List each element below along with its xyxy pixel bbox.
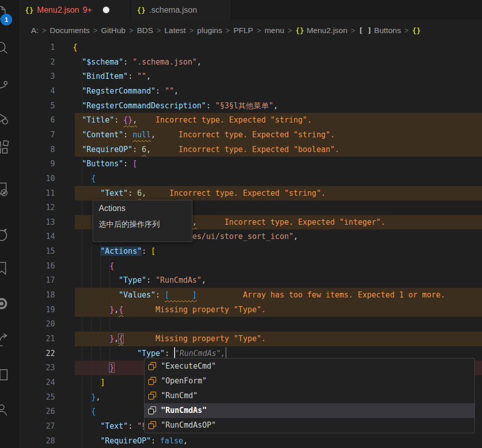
github-icon[interactable] [0,226,10,244]
code-text: "RequireOP": 6, Incorrect type. Expected… [73,142,339,157]
token: , [147,145,151,154]
tab-schema-json[interactable]: {} .schema.json [131,0,232,20]
token: { [109,261,114,271]
chevron-right-icon: > [189,26,193,35]
editor-line-11[interactable]: 11 "Text": 6, Incorrect type. Expected "… [19,186,482,201]
gitlens-icon[interactable] [0,295,10,312]
bookmark-icon[interactable] [0,260,10,277]
line-number: 15 [19,244,55,259]
inline-error-message: Missing property "Type". [156,305,266,314]
line-number: 13 [19,215,55,230]
token [151,145,179,154]
editor-line-21[interactable]: 21 },{ Missing property "Type". [19,332,482,346]
suggest-item-runcmd[interactable]: "RunCmd" [145,388,474,403]
token [156,130,179,139]
editor-line-18[interactable]: 18 "Values": [ ] Array has too few items… [19,288,482,303]
editor-line-6[interactable]: 6 "Title": {}, Incorrect type. Expected … [19,113,482,128]
editor-line-10[interactable]: 10 { [19,171,482,186]
editor-line-12[interactable]: 12 [19,200,482,215]
token: : [123,130,132,139]
breadcrumb-item[interactable]: menu [265,26,285,35]
layout-icon[interactable] [0,366,10,383]
breadcrumb-item[interactable]: A: [31,26,39,35]
suggest-label: "RunCmdAs" [161,406,207,415]
token: "Values" [119,290,155,300]
editor-line-13[interactable]: 13 , Incorrect type. Expected "integer". [19,215,482,230]
braces-icon: {} [296,26,304,35]
share-icon[interactable] [0,332,10,349]
editor-line-1[interactable]: 1{ [19,40,482,55]
suggest-item-openform[interactable]: "OpenForm" [145,373,474,388]
token [73,276,119,285]
token [73,290,119,300]
code-text: }, [73,390,100,405]
hover-tooltip: Actions 选中后的操作序列 [93,200,192,242]
inline-error-message: Incorrect type. Expected "integer". [224,218,385,227]
breadcrumb-item[interactable]: {}Menu2.json [296,26,348,35]
token: "Actions" [100,247,141,256]
editor-line-2[interactable]: 2 "$schema": ".schema.json", [19,55,482,70]
extensions-icon[interactable] [0,139,10,156]
token: : [147,276,156,285]
tab-menu2-json[interactable]: {} Menu2.json 9+ [19,0,131,20]
breadcrumb-item[interactable]: BDS [137,26,153,35]
suggest-item-executecmd[interactable]: "ExecuteCmd" [145,359,474,373]
editor-line-7[interactable]: 7 "Content": null, Incorrect type. Expec… [19,128,482,142]
editor-line-14[interactable]: 14 es/ui/store_sort_icon", [19,229,482,244]
editor-line-17[interactable]: 17 "Type": "RunCmdAs", [19,273,482,288]
token [73,305,109,314]
modified-dot-icon[interactable] [103,7,109,13]
code-text: { [73,40,77,55]
breadcrumb-label: PFLP [234,26,253,35]
editor-line-3[interactable]: 3 "BindItem": "", [19,69,482,84]
token [73,86,82,96]
token: , [151,130,156,139]
line-number: 3 [19,69,55,84]
token: , [96,393,100,402]
testing-icon[interactable] [0,181,10,198]
search-icon[interactable] [0,40,10,57]
suggest-item-runcmdas[interactable]: "RunCmdAs" [145,403,474,418]
inline-error-message: Incorrect type. Expected "string". [179,130,335,139]
suggest-item-runcmdasop[interactable]: "RunCmdAsOP" [145,418,474,433]
breadcrumb-item[interactable]: Latest [164,26,186,35]
chevron-right-icon: > [157,26,161,35]
run-debug-icon[interactable] [0,109,10,127]
breadcrumb-item[interactable]: GitHub [101,26,125,35]
token: { [119,334,123,343]
chevron-right-icon: > [405,26,409,35]
editor-line-20[interactable]: 20 [19,317,482,332]
editor-line-9[interactable]: 9 "Buttons": [ [19,157,482,171]
vscode-window: 1 {} Menu2.json 9+ {} .schema.json A:>Do… [0,0,482,448]
editor-line-8[interactable]: 8 "RequireOP": 6, Incorrect type. Expect… [19,142,482,157]
breadcrumb-item[interactable]: PFLP [234,26,253,35]
editor-line-19[interactable]: 19 },{ Missing property "Type". [19,303,482,317]
account-icon[interactable] [0,401,10,419]
editor-line-15[interactable]: 15 "Actions": [ [19,244,482,259]
token [73,407,91,416]
editor-line-5[interactable]: 5 "RegsterCommandDescription": "§3§l其他菜单… [19,99,482,113]
breadcrumb-item[interactable]: [ ]Buttons [359,26,401,35]
breadcrumb-item[interactable]: plugins [197,26,222,35]
breadcrumb-item[interactable]: {} [412,26,423,35]
token [147,189,169,198]
token: : [151,436,160,445]
editor-line-28[interactable]: 28 "RequireOP": false, [19,434,482,448]
line-number: 11 [19,186,55,201]
token [73,189,100,198]
breadcrumb-item[interactable]: Documents [50,26,90,35]
token: , [202,276,206,285]
token: : [165,349,174,358]
token: : [156,290,165,300]
source-control-icon[interactable] [0,77,10,94]
token: ] [100,378,105,387]
chevron-right-icon: > [93,26,97,35]
editor-line-16[interactable]: 16 { [19,259,482,274]
token [73,334,109,343]
line-number: 28 [19,434,55,448]
editor-line-4[interactable]: 4 "RegsterCommand": "", [19,84,482,99]
line-number: 25 [19,390,55,405]
inline-error-message: Missing property "Type". [156,334,266,343]
token: : [128,72,137,81]
token: , [294,232,298,241]
